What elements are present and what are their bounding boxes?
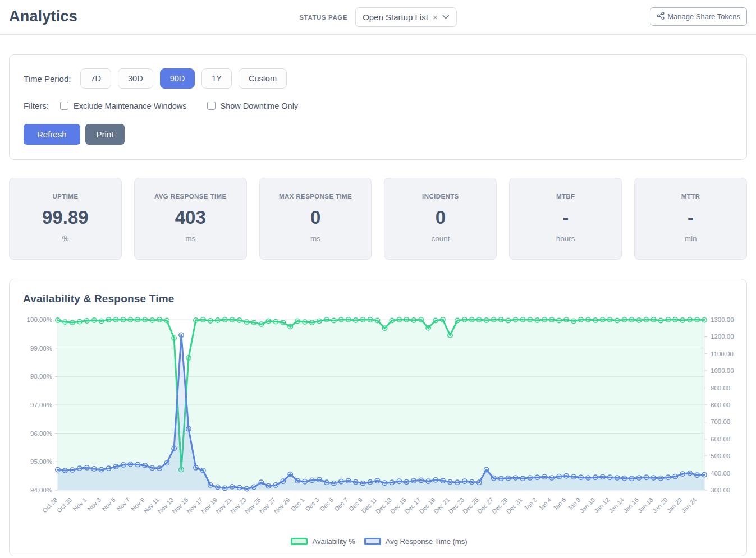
svg-text:Nov 5: Nov 5 (100, 496, 117, 513)
status-page-select[interactable]: Open Startup List × (355, 7, 457, 27)
filters-label: Filters: (24, 101, 49, 110)
stat-label: MTBF (514, 193, 617, 200)
show-downtime-checkbox-label[interactable]: Show Downtime Only (207, 102, 299, 110)
exclude-maintenance-checkbox[interactable] (60, 102, 68, 110)
manage-share-tokens-label: Manage Share Tokens (667, 12, 740, 21)
svg-text:800.00: 800.00 (711, 402, 730, 408)
svg-text:700.00: 700.00 (711, 418, 730, 425)
controls-panel: Time Period: 7D 30D 90D 1Y Custom Filter… (9, 54, 747, 160)
svg-text:Jan 22: Jan 22 (666, 496, 684, 514)
time-period-90d-button[interactable]: 90D (160, 68, 195, 89)
status-page-selector-group: STATUS PAGE Open Startup List × (299, 7, 456, 27)
svg-text:95.00%: 95.00% (30, 458, 52, 465)
stat-unit: min (639, 234, 742, 243)
stat-label: AVG RESPONSE TIME (139, 193, 242, 200)
svg-text:300.00: 300.00 (711, 487, 730, 494)
svg-text:100.00%: 100.00% (27, 316, 52, 323)
exclude-maintenance-text: Exclude Maintenance Windows (74, 102, 187, 110)
svg-text:Nov 1: Nov 1 (71, 496, 88, 513)
svg-text:Jan 14: Jan 14 (607, 496, 625, 514)
stat-value: 0 (264, 207, 367, 228)
stat-card-max-response: MAX RESPONSE TIME 0 ms (259, 178, 372, 260)
availability-response-chart: 100.00%99.00%98.00%97.00%96.00%95.00%94.… (22, 313, 742, 533)
svg-text:500.00: 500.00 (711, 453, 730, 459)
stat-card-mtbf: MTBF - hours (509, 178, 622, 260)
manage-share-tokens-button[interactable]: Manage Share Tokens (650, 7, 747, 26)
svg-text:Jan 18: Jan 18 (636, 496, 654, 514)
stat-card-mttr: MTTR - min (634, 178, 747, 260)
chart-area: 100.00%99.00%98.00%97.00%96.00%95.00%94.… (22, 313, 736, 535)
stat-label: MAX RESPONSE TIME (264, 193, 367, 200)
legend-item-response: Avg Response Time (ms) (364, 537, 468, 546)
stat-unit: hours (514, 234, 617, 243)
svg-text:Dec 5: Dec 5 (318, 496, 335, 513)
stat-value: 99.89 (14, 207, 117, 228)
svg-text:1000.00: 1000.00 (711, 367, 734, 374)
print-button[interactable]: Print (85, 124, 125, 145)
page-title: Analytics (9, 8, 77, 25)
svg-text:96.00%: 96.00% (30, 430, 52, 437)
time-period-7d-button[interactable]: 7D (80, 68, 111, 89)
svg-text:Oct 28: Oct 28 (41, 496, 58, 514)
svg-text:Nov 29: Nov 29 (272, 496, 291, 515)
svg-text:Jan 12: Jan 12 (593, 496, 611, 514)
stat-label: INCIDENTS (389, 193, 492, 200)
refresh-button[interactable]: Refresh (24, 124, 80, 145)
svg-text:1100.00: 1100.00 (711, 351, 734, 357)
availability-swatch-icon (291, 538, 308, 545)
svg-text:1300.00: 1300.00 (711, 316, 734, 323)
exclude-maintenance-checkbox-label[interactable]: Exclude Maintenance Windows (60, 102, 187, 110)
stat-unit: ms (139, 234, 242, 243)
chart-panel: Availability & Response Time 100.00%99.0… (9, 279, 747, 556)
stat-unit: ms (264, 234, 367, 243)
stat-card-incidents: INCIDENTS 0 count (384, 178, 497, 260)
stat-card-uptime: UPTIME 99.89 % (9, 178, 122, 260)
stats-row: UPTIME 99.89 % AVG RESPONSE TIME 403 ms … (9, 178, 747, 260)
legend-item-availability: Availability % (291, 537, 355, 546)
svg-text:Dec 7: Dec 7 (333, 496, 349, 513)
time-period-label: Time Period: (24, 74, 71, 84)
svg-text:600.00: 600.00 (711, 436, 730, 442)
share-icon (657, 12, 665, 21)
svg-text:1200.00: 1200.00 (711, 333, 734, 340)
svg-text:Jan 6: Jan 6 (552, 496, 567, 512)
svg-text:Dec 3: Dec 3 (304, 496, 320, 513)
svg-text:Nov 3: Nov 3 (86, 496, 102, 513)
status-page-selected-value: Open Startup List (363, 12, 428, 22)
status-page-label: STATUS PAGE (299, 14, 347, 21)
chart-legend: Availability % Avg Response Time (ms) (22, 537, 736, 546)
svg-text:Jan 16: Jan 16 (622, 496, 640, 514)
show-downtime-text: Show Downtime Only (221, 102, 299, 110)
stat-value: - (514, 207, 617, 228)
svg-text:400.00: 400.00 (711, 470, 730, 477)
clear-selection-icon[interactable]: × (433, 13, 438, 21)
actions-row: Refresh Print (24, 124, 732, 145)
legend-availability-label: Availability % (312, 537, 355, 546)
svg-text:99.00%: 99.00% (30, 345, 52, 352)
time-period-1y-button[interactable]: 1Y (201, 68, 232, 89)
svg-text:Oct 30: Oct 30 (56, 496, 73, 514)
stat-unit: count (389, 234, 492, 243)
stat-unit: % (14, 234, 117, 243)
response-swatch-icon (364, 538, 381, 545)
header: Analytics STATUS PAGE Open Startup List … (0, 0, 756, 35)
chevron-down-icon (442, 15, 450, 20)
svg-text:98.00%: 98.00% (30, 373, 52, 380)
filters-row: Filters: Exclude Maintenance Windows Sho… (24, 101, 732, 110)
time-period-custom-button[interactable]: Custom (239, 68, 287, 89)
time-period-row: Time Period: 7D 30D 90D 1Y Custom (24, 68, 732, 89)
svg-text:Jan 24: Jan 24 (680, 496, 698, 514)
stat-card-avg-response: AVG RESPONSE TIME 403 ms (134, 178, 247, 260)
legend-response-label: Avg Response Time (ms) (386, 537, 468, 546)
svg-text:900.00: 900.00 (711, 385, 730, 391)
show-downtime-checkbox[interactable] (207, 102, 216, 110)
svg-text:Jan 2: Jan 2 (523, 496, 538, 512)
time-period-30d-button[interactable]: 30D (118, 68, 153, 89)
availability-area (58, 320, 704, 490)
svg-text:Dec 31: Dec 31 (505, 496, 524, 515)
svg-text:97.00%: 97.00% (30, 402, 52, 408)
svg-text:94.00%: 94.00% (30, 487, 52, 494)
stat-value: 0 (389, 207, 492, 228)
svg-text:Dec 1: Dec 1 (290, 496, 306, 513)
svg-text:Jan 4: Jan 4 (537, 496, 553, 512)
